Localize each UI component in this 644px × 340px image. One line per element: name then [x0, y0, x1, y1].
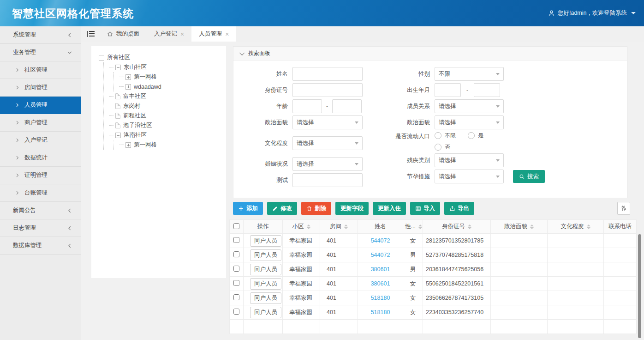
- column-header-性...[interactable]: 性...: [403, 220, 423, 234]
- 姓名-input[interactable]: [292, 67, 363, 81]
- expand-icon[interactable]: [125, 142, 131, 148]
- sidebar-item-6[interactable]: 入户登记: [0, 132, 81, 149]
- expand-icon[interactable]: [125, 84, 131, 90]
- 成员关系-select[interactable]: 请选择: [435, 99, 504, 113]
- toolbar-button-更新入住[interactable]: 更新入住: [373, 202, 406, 215]
- tree-node[interactable]: 第一网格: [119, 140, 221, 150]
- 文化程度-select[interactable]: 请选择: [292, 136, 363, 150]
- sort-icon[interactable]: [307, 225, 310, 229]
- toolbar-button-添加[interactable]: 添加: [233, 202, 263, 215]
- column-header-政治面貌[interactable]: 政治面貌: [491, 220, 548, 234]
- person-name-link[interactable]: 544072: [371, 237, 390, 244]
- tab-household-registration[interactable]: 入户登记 ×: [147, 26, 191, 42]
- row-checkbox[interactable]: [233, 294, 239, 300]
- sidebar-item-11[interactable]: 日志管理: [0, 219, 81, 237]
- 性别-select[interactable]: 不限: [435, 67, 504, 81]
- household-members-button[interactable]: 同户人员: [250, 235, 281, 247]
- search-button[interactable]: 搜索: [513, 170, 545, 183]
- radio-option[interactable]: 否: [435, 143, 460, 151]
- sidebar-item-12[interactable]: 数据库管理: [0, 237, 81, 255]
- tree-node[interactable]: 所有社区: [99, 53, 221, 62]
- toolbar-button-删除[interactable]: 删除: [301, 202, 331, 215]
- 出生年月-to-input[interactable]: [474, 83, 500, 97]
- close-icon[interactable]: ×: [180, 31, 184, 37]
- sort-icon[interactable]: [587, 225, 590, 229]
- household-members-button[interactable]: 同户人员: [250, 264, 281, 275]
- 残疾类别-select[interactable]: 请选择: [435, 153, 504, 167]
- form-row-残疾类别: 残疾类别请选择: [372, 153, 545, 167]
- person-name-link[interactable]: 518180: [371, 295, 390, 301]
- tree-node[interactable]: 前程社区: [109, 111, 221, 121]
- household-members-button[interactable]: 同户人员: [250, 278, 281, 290]
- card-view-toggle-button[interactable]: [617, 202, 630, 215]
- 政治面貌-select[interactable]: 请选择: [435, 115, 504, 129]
- column-header-文化程度[interactable]: 文化程度: [548, 220, 604, 234]
- row-checkbox[interactable]: [233, 280, 239, 286]
- tree-node[interactable]: 东岗村: [109, 101, 221, 111]
- sidebar-toggle-icon[interactable]: [81, 26, 100, 42]
- sidebar-item-7[interactable]: 数据统计: [0, 149, 81, 167]
- toolbar-button-修改[interactable]: 修改: [267, 202, 297, 215]
- tab-my-desktop[interactable]: 我的桌面: [100, 26, 147, 42]
- sort-icon[interactable]: [468, 225, 471, 229]
- radio-option[interactable]: 不限: [435, 132, 468, 140]
- user-menu[interactable]: 您好!admin，欢迎登陆系统: [548, 0, 636, 26]
- person-name-link[interactable]: 518180: [371, 309, 390, 316]
- toolbar-button-更新字段[interactable]: 更新字段: [335, 202, 369, 215]
- tree-node[interactable]: 东山社区: [109, 62, 221, 72]
- 测试-input[interactable]: [292, 173, 363, 187]
- row-checkbox[interactable]: [233, 309, 239, 315]
- tree-node-label: 前程社区: [123, 112, 146, 120]
- 政治面貌-select[interactable]: 请选择: [292, 115, 363, 129]
- 节孕措施-select[interactable]: 请选择: [435, 170, 504, 183]
- 年龄-from-input[interactable]: [292, 99, 322, 113]
- sidebar-item-5[interactable]: 商户管理: [0, 114, 81, 132]
- sidebar-item-8[interactable]: 证明管理: [0, 167, 81, 184]
- person-name-link[interactable]: 544072: [371, 252, 390, 258]
- sidebar-item-2[interactable]: 社区管理: [0, 61, 81, 79]
- column-header-身份证号[interactable]: 身份证号: [423, 220, 491, 234]
- person-name-link[interactable]: 380601: [371, 266, 390, 273]
- person-name-link[interactable]: 380601: [371, 280, 390, 287]
- tree-node[interactable]: wdaadawd: [119, 82, 221, 91]
- row-checkbox[interactable]: [233, 251, 239, 257]
- table-scrollbar[interactable]: [638, 234, 641, 338]
- tree-node[interactable]: 第一网格: [119, 72, 221, 82]
- household-members-button[interactable]: 同户人员: [250, 307, 281, 318]
- toolbar-button-导入[interactable]: 导入: [410, 202, 440, 215]
- collapse-icon[interactable]: [99, 55, 104, 61]
- sidebar-item-3[interactable]: 房间管理: [0, 79, 81, 97]
- sidebar-item-label: 业务管理: [13, 49, 36, 56]
- sidebar-item-9[interactable]: 台账管理: [0, 184, 81, 202]
- household-members-button[interactable]: 同户人员: [250, 249, 281, 261]
- collapse-icon[interactable]: [115, 133, 121, 138]
- household-members-button[interactable]: 同户人员: [250, 292, 281, 304]
- search-panel-header[interactable]: 搜索面板: [233, 47, 627, 61]
- 婚姻状况-select[interactable]: 请选择: [292, 157, 363, 171]
- column-header-小区[interactable]: 小区: [283, 220, 320, 234]
- close-icon[interactable]: ×: [225, 31, 229, 37]
- row-checkbox[interactable]: [233, 237, 239, 243]
- chevron-left-icon: [67, 32, 72, 38]
- sidebar-item-0[interactable]: 系统管理: [0, 26, 81, 44]
- expand-icon[interactable]: [125, 74, 131, 80]
- column-header-房间[interactable]: 房间: [320, 220, 358, 234]
- 年龄-to-input[interactable]: [332, 99, 362, 113]
- sidebar-item-4-active[interactable]: 人员管理: [0, 97, 81, 114]
- sidebar-item-1[interactable]: 业务管理: [0, 44, 81, 61]
- row-checkbox[interactable]: [233, 266, 239, 272]
- select-all-checkbox[interactable]: [233, 223, 239, 229]
- tree-node[interactable]: 洛南社区: [109, 130, 221, 140]
- radio-option[interactable]: 是: [468, 132, 494, 140]
- tree-node[interactable]: 富丰社区: [109, 91, 221, 101]
- tree-node[interactable]: 泡子沿社区: [109, 121, 221, 130]
- 身份证号-input[interactable]: [292, 83, 363, 97]
- sort-icon[interactable]: [418, 225, 422, 229]
- toolbar-button-导出[interactable]: 导出: [444, 202, 474, 215]
- sidebar-item-10[interactable]: 新闻公告: [0, 202, 81, 219]
- sort-icon[interactable]: [344, 225, 348, 229]
- tab-personnel-management[interactable]: 人员管理 ×: [191, 26, 236, 42]
- 出生年月-from-input[interactable]: [435, 83, 461, 97]
- sort-icon[interactable]: [530, 225, 534, 229]
- collapse-icon[interactable]: [115, 65, 121, 70]
